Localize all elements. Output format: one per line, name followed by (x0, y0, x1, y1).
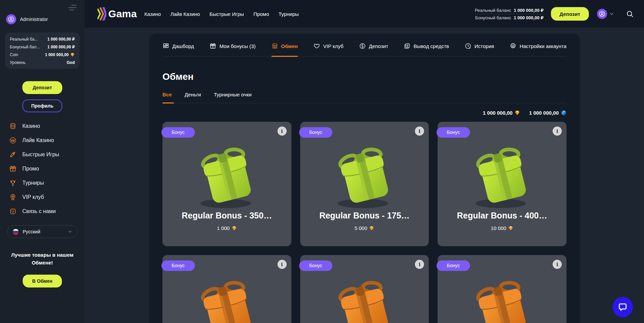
header-nav-tournaments[interactable]: Турниры (279, 11, 299, 17)
level-value: God (67, 60, 75, 65)
hamburger-menu-icon[interactable] (68, 5, 77, 11)
sidebar-deposit-button[interactable]: Депозит (22, 81, 62, 94)
product-card[interactable]: Бонус i Regular Bonus - 175… 5 000 (300, 122, 429, 246)
gift-icon (209, 43, 216, 49)
info-icon[interactable]: i (553, 126, 562, 136)
orange-gem-icon (70, 52, 75, 57)
sidebar-item-casino[interactable]: Казино (0, 119, 85, 133)
dashboard-icon (162, 43, 169, 49)
info-icon[interactable]: i (277, 126, 287, 136)
logo[interactable]: Gama (97, 7, 137, 21)
sidebar-balance-card: Реальный ба... 1 000 000,00 ₽ Бонусный б… (5, 32, 80, 69)
bonus-balance-label: Бонусный бал... (10, 45, 40, 49)
medal-icon (9, 193, 17, 201)
tab-label: История (474, 43, 494, 49)
orange-gem-icon (508, 226, 513, 231)
sidebar-item-promo[interactable]: Промо (0, 162, 85, 176)
search-icon[interactable] (626, 10, 634, 18)
tab-label: Вывод средств (414, 43, 449, 49)
sidebar-item-fast-games[interactable]: Быстрые Игры (0, 147, 85, 162)
product-card[interactable]: Бонус i (438, 255, 567, 323)
filter-all[interactable]: Все (162, 92, 172, 103)
gift-box-image (466, 273, 538, 323)
account-panel: Дашборд Мои бонусы (3) Обмен VIP клуб Де… (149, 34, 580, 323)
header-nav: Казино Лайв Казино Быстрые Игры Промо Ту… (145, 11, 299, 17)
sidebar-profile[interactable]: Administrator (6, 14, 48, 24)
header: Gama Казино Лайв Казино Быстрые Игры Про… (85, 0, 644, 28)
tab-dashboard[interactable]: Дашборд (162, 43, 194, 56)
info-icon[interactable]: i (415, 126, 424, 136)
chat-widget-button[interactable] (613, 297, 633, 317)
tab-history[interactable]: История (465, 43, 494, 56)
header-nav-promo[interactable]: Промо (253, 11, 269, 17)
exchange-filters: Все Деньги Турнирные очки (162, 92, 567, 103)
sidebar-item-vip-club[interactable]: VIP клуб (0, 190, 85, 204)
real-balance-value: 1 000 000,00 ₽ (514, 8, 543, 13)
sidebar-promo-text: Лучшие товары в нашем Обмене! (4, 251, 81, 267)
gift-box-image (191, 273, 263, 323)
tab-my-bonuses[interactable]: Мои бонусы (3) (209, 43, 256, 56)
sidebar-item-label: Казино (22, 123, 40, 129)
bonus-balance-value: 1 000 000,00 ₽ (47, 45, 75, 49)
bonus-badge: Бонус (161, 260, 195, 271)
product-card[interactable]: Бонус i (300, 255, 429, 323)
info-icon[interactable]: i (277, 260, 287, 269)
user-name: Administrator (20, 17, 48, 22)
language-selector[interactable]: Русский (7, 225, 77, 238)
product-card[interactable]: Бонус i (162, 255, 291, 323)
info-icon[interactable]: i (553, 260, 562, 269)
live-casino-icon (9, 137, 17, 144)
coin-balance-label: Coin (10, 52, 18, 57)
history-icon (465, 43, 471, 49)
tab-vip-club[interactable]: VIP клуб (313, 43, 343, 56)
header-nav-casino[interactable]: Казино (145, 11, 161, 17)
level-label: Уровень (10, 60, 25, 65)
sidebar-profile-button[interactable]: Профиль (22, 99, 62, 112)
real-balance-label: Реальный баланс (475, 8, 511, 13)
product-card[interactable]: Бонус i Regular Bonus - 350… 1 000 (162, 122, 291, 246)
sidebar-item-live-casino[interactable]: Лайв Казино (0, 133, 85, 147)
filter-money[interactable]: Деньги (185, 92, 201, 103)
to-exchange-button[interactable]: В Обмен (23, 275, 62, 287)
header-nav-live-casino[interactable]: Лайв Казино (170, 11, 200, 17)
filter-tournament-points[interactable]: Турнирные очки (214, 92, 251, 103)
info-icon[interactable]: i (415, 260, 424, 269)
product-card[interactable]: Бонус i Regular Bonus - 400… 10 000 (438, 122, 567, 246)
account-menu[interactable] (597, 9, 614, 19)
sidebar-item-tournaments[interactable]: Турниры (0, 176, 85, 190)
gift-box-image (328, 139, 401, 212)
chevron-down-icon (609, 11, 614, 17)
real-balance-row: Реальный ба... 1 000 000,00 ₽ (10, 37, 75, 42)
gama-logo-icon (97, 7, 106, 21)
coin-balance-value: 1 000 000,00 (45, 52, 75, 57)
product-price: 5 000 (355, 225, 375, 231)
bonus-balance-value: 1 000 000,00 ₽ (514, 15, 543, 20)
tab-label: Мои бонусы (3) (219, 43, 256, 49)
real-balance-label: Реальный ба... (10, 37, 38, 42)
product-title: Regular Bonus - 400… (457, 211, 547, 221)
tab-label: Дашборд (172, 43, 194, 49)
orange-gem-icon (514, 110, 520, 116)
account-tabs: Дашборд Мои бонусы (3) Обмен VIP клуб Де… (162, 43, 567, 56)
tab-label: VIP клуб (323, 43, 343, 49)
tab-account-settings[interactable]: Настройки аккаунта (510, 43, 567, 56)
tab-exchange[interactable]: Обмен (271, 43, 298, 56)
chat-bubble-icon (618, 302, 628, 312)
header-nav-fast-games[interactable]: Быстрые Игры (209, 11, 244, 17)
tab-label: Депозит (369, 43, 388, 49)
language-label: Русский (23, 229, 64, 234)
coin-balance: 1 000 000,00 (483, 110, 520, 116)
real-balance-value: 1 000 000,00 ₽ (47, 37, 75, 42)
bonus-badge: Бонус (299, 260, 333, 271)
chat-icon (9, 208, 17, 215)
tab-withdraw[interactable]: Вывод средств (404, 43, 449, 56)
header-deposit-button[interactable]: Депозит (551, 7, 589, 21)
header-real-balance: Реальный баланс 1 000 000,00 ₽ (475, 7, 543, 14)
bonus-badge: Бонус (161, 127, 195, 138)
logo-text: Gama (108, 8, 137, 20)
page-title: Обмен (162, 71, 567, 82)
sidebar: Administrator Реальный ба... 1 000 000,0… (0, 0, 85, 323)
bonus-balance-label: Бонусный баланс (475, 15, 511, 20)
tab-deposit[interactable]: Депозит (359, 43, 388, 56)
sidebar-item-contact-us[interactable]: Связь с нами (0, 204, 85, 218)
